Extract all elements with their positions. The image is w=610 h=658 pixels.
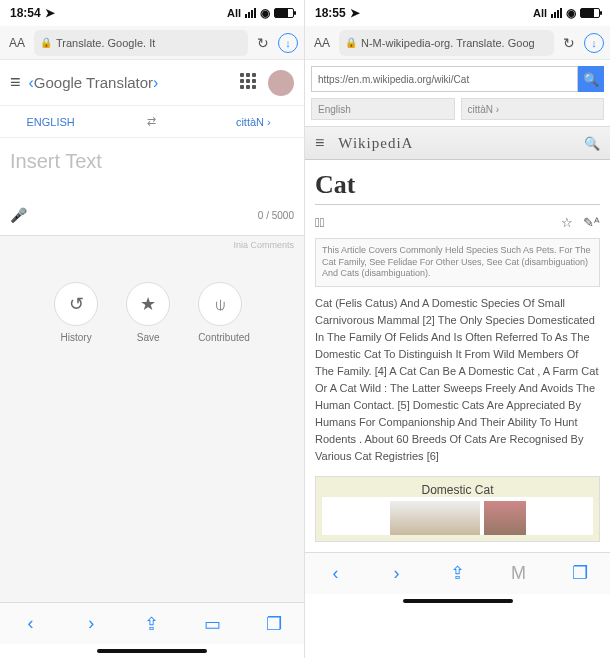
translate-url-input[interactable] bbox=[311, 66, 578, 92]
share-button[interactable]: ⇪ bbox=[447, 562, 469, 584]
target-lang-select[interactable]: cittàN › bbox=[461, 98, 605, 120]
address-bar: AA 🔒 N-M-wikipedia-org. Translate. Goog … bbox=[305, 26, 610, 60]
bookmarks-button[interactable]: M bbox=[508, 563, 530, 584]
translate-icon[interactable]: ᴬ⃝ bbox=[315, 215, 325, 230]
status-net: All bbox=[533, 7, 547, 19]
tabs-button[interactable]: ❐ bbox=[263, 613, 285, 635]
wiki-menu-icon[interactable]: ≡ bbox=[315, 134, 324, 152]
right-screenshot: 18:55 ➤ All ◉ AA 🔒 N-M-wikipedia-org. Tr… bbox=[305, 0, 610, 658]
history-icon: ↺ bbox=[54, 282, 98, 326]
download-button[interactable]: ↓ bbox=[278, 33, 298, 53]
translate-lang-row: English cittàN › bbox=[305, 98, 610, 126]
article-body: Cat (Felis Catus) And A Domestic Species… bbox=[315, 295, 600, 465]
history-action[interactable]: ↺ History bbox=[54, 282, 98, 343]
tabs-button[interactable]: ❐ bbox=[569, 562, 591, 584]
status-time: 18:55 bbox=[315, 6, 346, 20]
status-bar: 18:54 ➤ All ◉ bbox=[0, 0, 304, 26]
infobox-image-2 bbox=[484, 501, 526, 535]
target-lang[interactable]: cittàN › bbox=[203, 116, 304, 128]
signal-icon bbox=[551, 8, 562, 18]
wifi-icon: ◉ bbox=[260, 6, 270, 20]
location-icon: ➤ bbox=[350, 6, 360, 20]
avatar[interactable] bbox=[268, 70, 294, 96]
status-net: All bbox=[227, 7, 241, 19]
go-button[interactable]: 🔍 bbox=[578, 66, 604, 92]
star-outline-icon[interactable]: ☆ bbox=[561, 215, 573, 230]
char-counter: 0 / 5000 bbox=[258, 210, 294, 221]
safari-toolbar: ‹ › ⇪ ▭ ❐ bbox=[0, 602, 304, 644]
text-size-button[interactable]: AA bbox=[6, 36, 28, 50]
forward-button[interactable]: › bbox=[386, 563, 408, 584]
source-lang[interactable]: ENGLISH bbox=[0, 116, 101, 128]
url-field[interactable]: 🔒 N-M-wikipedia-org. Translate. Goog bbox=[339, 30, 554, 56]
url-text: N-M-wikipedia-org. Translate. Goog bbox=[361, 37, 535, 49]
disambiguation-box: This Article Covers Commonly Held Specie… bbox=[315, 238, 600, 287]
chevron-right-icon: › bbox=[153, 74, 158, 92]
infobox-title: Domestic Cat bbox=[322, 483, 593, 497]
address-bar: AA 🔒 Translate. Google. It ↻ ↓ bbox=[0, 26, 304, 60]
download-button[interactable]: ↓ bbox=[584, 33, 604, 53]
text-size-button[interactable]: AA bbox=[311, 36, 333, 50]
home-indicator bbox=[0, 644, 304, 658]
back-button[interactable]: ‹ bbox=[325, 563, 347, 584]
app-title: Google Translator bbox=[34, 74, 153, 91]
wikipedia-header: ≡ WikipediA 🔍 bbox=[305, 126, 610, 160]
wifi-icon: ◉ bbox=[566, 6, 576, 20]
action-row: ↺ History ★ Save ⍦ Contributed bbox=[0, 256, 304, 369]
lock-icon: 🔒 bbox=[40, 37, 52, 48]
contributed-action[interactable]: ⍦ Contributed bbox=[198, 282, 250, 343]
forward-button[interactable]: › bbox=[80, 613, 102, 634]
status-bar: 18:55 ➤ All ◉ bbox=[305, 0, 610, 26]
mic-button[interactable]: 🎤 bbox=[10, 207, 27, 223]
battery-icon bbox=[274, 8, 294, 18]
input-placeholder: Insert Text bbox=[10, 150, 294, 173]
reload-button[interactable]: ↻ bbox=[254, 35, 272, 51]
translate-url-row: 🔍 bbox=[305, 60, 610, 98]
url-field[interactable]: 🔒 Translate. Google. It bbox=[34, 30, 248, 56]
status-time: 18:54 bbox=[10, 6, 41, 20]
home-indicator bbox=[305, 594, 610, 608]
menu-icon[interactable]: ≡ bbox=[10, 72, 21, 93]
infobox-image-1 bbox=[390, 501, 480, 535]
translate-header: ≡ ‹Google Translator› bbox=[0, 60, 304, 106]
location-icon: ➤ bbox=[45, 6, 55, 20]
bookmarks-button[interactable]: ▭ bbox=[202, 613, 224, 635]
safari-toolbar: ‹ › ⇪ M ❐ bbox=[305, 552, 610, 594]
star-icon: ★ bbox=[126, 282, 170, 326]
source-lang-select[interactable]: English bbox=[311, 98, 455, 120]
inia-comments: Inia Comments bbox=[0, 236, 304, 256]
wikipedia-logo[interactable]: WikipediA bbox=[338, 135, 584, 152]
share-button[interactable]: ⇪ bbox=[141, 613, 163, 635]
reload-button[interactable]: ↻ bbox=[560, 35, 578, 51]
infobox: Domestic Cat bbox=[315, 476, 600, 542]
save-action[interactable]: ★ Save bbox=[126, 282, 170, 343]
article: Cat ᴬ⃝ ☆ ✎ᴬ This Article Covers Commonly… bbox=[305, 160, 610, 552]
input-area[interactable]: Insert Text 🎤 0 / 5000 bbox=[0, 138, 304, 236]
battery-icon bbox=[580, 8, 600, 18]
wiki-search-icon[interactable]: 🔍 bbox=[584, 136, 600, 151]
left-screenshot: 18:54 ➤ All ◉ AA 🔒 Translate. Google. It… bbox=[0, 0, 305, 658]
signal-icon bbox=[245, 8, 256, 18]
people-icon: ⍦ bbox=[198, 282, 242, 326]
language-row: ENGLISH ⇄ cittàN › bbox=[0, 106, 304, 138]
back-button[interactable]: ‹ bbox=[19, 613, 41, 634]
url-text: Translate. Google. It bbox=[56, 37, 155, 49]
edit-icon[interactable]: ✎ᴬ bbox=[583, 215, 600, 230]
article-title: Cat bbox=[315, 170, 600, 205]
apps-icon[interactable] bbox=[240, 73, 260, 93]
empty-area bbox=[0, 369, 304, 602]
lock-icon: 🔒 bbox=[345, 37, 357, 48]
swap-button[interactable]: ⇄ bbox=[101, 115, 202, 128]
